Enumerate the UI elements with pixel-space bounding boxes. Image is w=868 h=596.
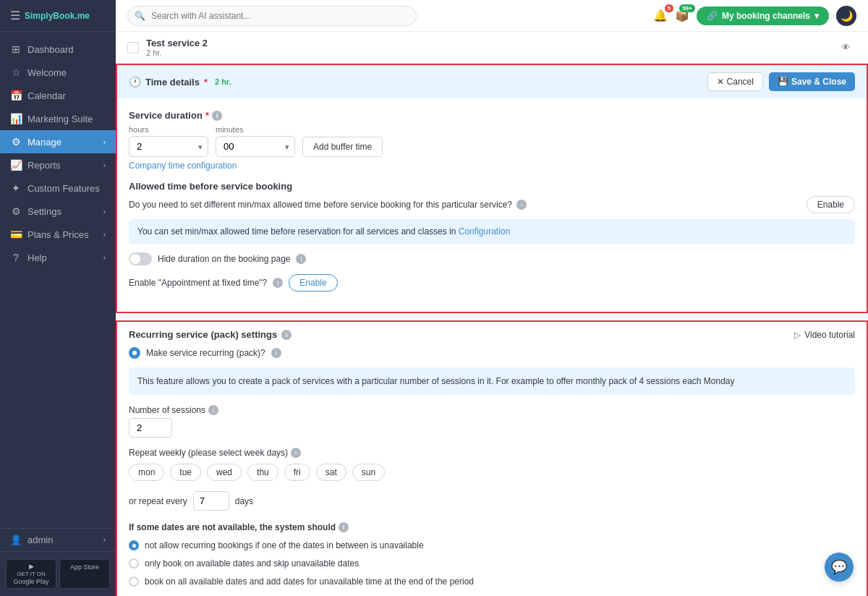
minutes-select[interactable]: 00 15 30 45 xyxy=(216,136,295,157)
unavailable-radio-3[interactable] xyxy=(129,576,139,587)
day-button-fri[interactable]: fri xyxy=(284,464,310,481)
fixed-time-info-icon[interactable]: i xyxy=(273,278,283,288)
sidebar-item-welcome[interactable]: ☆ Welcome xyxy=(0,61,116,84)
sidebar-item-calendar[interactable]: 📅 Calendar xyxy=(0,84,116,107)
unavailable-radio-2[interactable] xyxy=(129,558,139,569)
theme-toggle-button[interactable]: 🌙 xyxy=(836,6,856,26)
feature-description-box: This feature allows you to create a pack… xyxy=(129,367,855,395)
day-button-thu[interactable]: thu xyxy=(247,464,278,481)
repeat-every-input[interactable] xyxy=(193,491,229,511)
chevron-right-icon: › xyxy=(103,138,106,146)
eye-icon[interactable]: 👁 xyxy=(841,42,851,53)
chevron-down-icon: ▾ xyxy=(814,11,819,21)
link-icon: 🔗 xyxy=(707,11,718,21)
welcome-icon: ☆ xyxy=(10,67,22,78)
make-recurring-info-icon[interactable]: i xyxy=(271,348,281,358)
menu-icon[interactable]: ☰ xyxy=(10,9,20,22)
unavailable-option-label-3: book on all available dates and add date… xyxy=(145,576,474,588)
allowed-time-info-box: You can set min/max allowed time before … xyxy=(129,219,855,244)
sidebar-item-label: Marketing Suite xyxy=(27,114,93,124)
hide-duration-label: Hide duration on the booking page xyxy=(158,254,290,264)
days-suffix-label: days xyxy=(235,496,253,506)
required-star: * xyxy=(204,77,208,88)
hours-select-wrap: 2 1 3 xyxy=(129,136,208,157)
service-info: Test service 2 2 hr. xyxy=(146,38,834,57)
service-duration-label: Service duration * i xyxy=(129,110,855,121)
recurring-info-icon[interactable]: i xyxy=(281,330,292,340)
day-button-sat[interactable]: sat xyxy=(316,464,346,481)
weekly-info-icon[interactable]: i xyxy=(291,448,301,458)
cancel-button[interactable]: ✕ Cancel xyxy=(707,72,763,91)
custom-icon: ✦ xyxy=(10,182,22,194)
hours-label: hours xyxy=(129,125,208,134)
settings-icon: ⚙ xyxy=(10,205,22,217)
day-button-wed[interactable]: wed xyxy=(207,464,242,481)
app-store-button[interactable]: App Store xyxy=(59,559,110,589)
hours-select[interactable]: 2 1 3 xyxy=(129,136,208,157)
updates-button[interactable]: 📦 99+ xyxy=(675,9,689,22)
sidebar-item-help[interactable]: ? Help › xyxy=(0,246,116,269)
booking-channels-button[interactable]: 🔗 My booking channels ▾ xyxy=(697,7,829,25)
sidebar-item-label: Plans & Prices xyxy=(27,229,89,240)
day-button-tue[interactable]: tue xyxy=(170,464,201,481)
notification-button[interactable]: 🔔 5 xyxy=(653,9,668,22)
service-duration-info-icon[interactable]: i xyxy=(212,111,222,121)
fixed-time-enable-button[interactable]: Enable xyxy=(289,274,337,291)
time-details-card: 🕐 Time details * 2 hr. ✕ Cancel 💾 Save &… xyxy=(116,64,868,313)
company-time-link[interactable]: Company time configuration xyxy=(129,161,237,171)
configuration-link[interactable]: Configuration xyxy=(459,226,510,237)
unavailable-radio-1[interactable] xyxy=(129,540,139,550)
sidebar-item-reports[interactable]: 📈 Reports › xyxy=(0,153,116,176)
chevron-right-icon: › xyxy=(103,208,106,216)
logo-text: SimplyBook.me xyxy=(25,11,90,21)
video-tutorial-button[interactable]: ▷ Video tutorial xyxy=(794,330,855,340)
save-icon: 💾 xyxy=(778,77,788,87)
time-details-label: Time details xyxy=(145,77,200,88)
sidebar-item-plans[interactable]: 💳 Plans & Prices › xyxy=(0,223,116,246)
make-recurring-radio[interactable] xyxy=(129,347,140,359)
weekly-label: Repeat weekly (please select week days) … xyxy=(129,448,855,458)
service-checkbox[interactable] xyxy=(127,42,139,54)
required-star: * xyxy=(205,110,209,121)
hide-duration-toggle[interactable] xyxy=(129,252,152,265)
updates-badge: 99+ xyxy=(679,4,695,12)
day-button-mon[interactable]: mon xyxy=(129,464,164,481)
google-play-button[interactable]: ▶ GET IT ON Google Play xyxy=(6,559,56,589)
chevron-right-icon: › xyxy=(103,231,106,239)
minutes-label: minutes xyxy=(216,125,295,134)
day-button-sun[interactable]: sun xyxy=(352,464,385,481)
chat-bubble-button[interactable]: 💬 xyxy=(825,553,854,582)
allowed-time-enable-button[interactable]: Enable xyxy=(807,196,855,213)
sidebar-item-label: Help xyxy=(27,252,47,263)
hide-duration-info-icon[interactable]: i xyxy=(296,254,306,264)
search-input[interactable] xyxy=(127,6,417,26)
save-close-button[interactable]: 💾 Save & Close xyxy=(769,72,855,91)
recurring-body: Make service recurring (pack)? i This fe… xyxy=(117,347,867,596)
add-buffer-button[interactable]: Add buffer time xyxy=(302,137,383,157)
marketing-icon: 📊 xyxy=(10,113,22,124)
repeat-every-label: or repeat every xyxy=(129,496,187,506)
make-recurring-row: Make service recurring (pack)? i xyxy=(129,347,855,359)
sidebar-item-settings[interactable]: ⚙ Settings › xyxy=(0,200,116,223)
sidebar-item-admin[interactable]: 👤 admin › xyxy=(0,528,116,551)
unavailable-info-icon[interactable]: i xyxy=(339,522,349,532)
sidebar-item-custom[interactable]: ✦ Custom Features xyxy=(0,176,116,200)
num-sessions-info-icon[interactable]: i xyxy=(208,405,218,415)
num-sessions-input[interactable] xyxy=(129,418,172,438)
num-sessions-group: Number of sessions i xyxy=(129,405,855,438)
recurring-section: Recurring service (pack) settings i ▷ Vi… xyxy=(116,320,868,596)
unavailable-option-3: book on all available dates and add date… xyxy=(129,576,855,588)
clock-icon: 🕐 xyxy=(129,76,141,88)
chevron-right-icon: › xyxy=(103,161,106,169)
allowed-time-info-icon[interactable]: i xyxy=(516,200,527,210)
manage-icon: ⚙ xyxy=(10,136,22,148)
sidebar-item-manage[interactable]: ⚙ Manage › xyxy=(0,130,116,153)
unavailable-option-2: only book on available dates and skip un… xyxy=(129,558,855,570)
allowed-time-question: Do you need to set different min/max all… xyxy=(129,196,855,213)
sidebar-item-marketing[interactable]: 📊 Marketing Suite xyxy=(0,107,116,130)
sidebar-item-label: Settings xyxy=(27,206,61,217)
fixed-time-label: Enable "Appointment at fixed time"? xyxy=(129,278,267,288)
sidebar-item-dashboard[interactable]: ⊞ Dashboard xyxy=(0,38,116,61)
main-area: 🔍 🔔 5 📦 99+ 🔗 My booking channels ▾ 🌙 xyxy=(116,0,868,596)
admin-icon: 👤 xyxy=(10,535,22,545)
